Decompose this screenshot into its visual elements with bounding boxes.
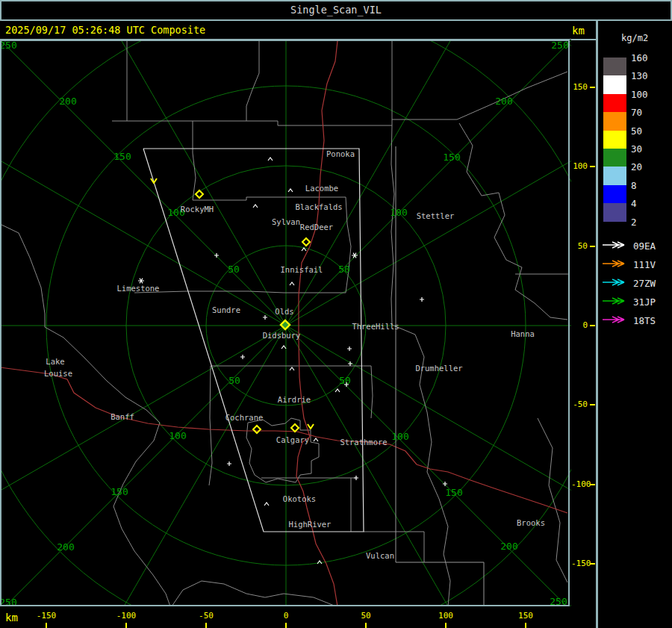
- county-boundary: [246, 418, 319, 482]
- scale-value-label: 2: [631, 217, 668, 228]
- scale-color-swatch: [603, 94, 626, 112]
- city-label: Brooks: [517, 518, 545, 527]
- storm-motion-arrow: [308, 424, 314, 429]
- range-label: 200: [59, 96, 76, 107]
- range-label: 250: [0, 40, 17, 51]
- city-label: Didsbury: [263, 331, 301, 340]
- track-id-label: 31JP: [633, 296, 671, 308]
- radar-site-diamond: [302, 238, 310, 246]
- scale-value-label: 30: [631, 143, 668, 155]
- range-label: 50: [228, 264, 240, 275]
- x-axis-tick-label: -50: [190, 611, 223, 621]
- radial-line: [0, 122, 286, 326]
- track-id-label: 18TS: [633, 315, 671, 326]
- scale-color-swatch: [603, 131, 626, 149]
- legend-unit-label: kg/m2: [621, 33, 648, 43]
- range-label: 150: [445, 487, 462, 498]
- x-axis-tick-label: 0: [270, 611, 302, 621]
- y-axis-tick-label: 0: [571, 320, 588, 330]
- range-label: 200: [500, 541, 517, 552]
- x-axis-unit-label: km: [5, 612, 18, 624]
- y-axis-tick: [590, 166, 595, 167]
- track-id-label: 111V: [633, 259, 671, 270]
- storm-plus-marker: [443, 482, 447, 486]
- x-axis-tick-label: 150: [509, 611, 542, 621]
- y-axis-tick: [590, 87, 595, 88]
- range-label: 50: [228, 375, 240, 386]
- city-label: Lacombe: [305, 184, 338, 193]
- city-label: Banff: [111, 412, 134, 421]
- city-label: Calgary: [276, 435, 309, 444]
- radial-line: [286, 40, 490, 326]
- city-label: Cochrane: [225, 413, 264, 422]
- city-label: Drumheller: [415, 364, 462, 373]
- track-arrow-icon: [601, 314, 631, 325]
- city-label: RockyMH: [181, 205, 214, 214]
- y-axis-tick-label: 50: [571, 241, 588, 251]
- county-boundary: [538, 418, 567, 582]
- x-axis-tick-label: -100: [110, 611, 143, 621]
- scale-value-label: 130: [631, 70, 668, 81]
- y-axis: 150100500-50-100-150: [571, 40, 596, 606]
- city-label: Okotoks: [283, 494, 316, 503]
- y-axis-tick-label: 150: [571, 82, 588, 92]
- city-label: Ponoka: [326, 149, 355, 158]
- city-label: RedDeer: [300, 223, 333, 231]
- range-label: 150: [111, 486, 128, 497]
- range-label: 100: [391, 431, 408, 442]
- city-label: Innisfail: [281, 265, 323, 274]
- city-label: Airdrie: [278, 395, 311, 404]
- radar-map: 2502001501005025020015010050250200150100…: [0, 40, 571, 606]
- y-axis-tick-label: -100: [571, 479, 588, 489]
- county-boundary: [459, 123, 567, 320]
- range-label: 100: [390, 207, 407, 218]
- scale-color-swatch: [603, 167, 626, 184]
- y-axis-unit-label: km: [572, 25, 585, 37]
- title-bar: Single_Scan_VIL: [0, 0, 672, 21]
- city-label: Limestone: [117, 284, 160, 293]
- storm-caret-marker: [268, 158, 273, 161]
- y-axis-tick-label: -50: [571, 400, 588, 409]
- info-row: 2025/09/17 05:26:48 UTC Composite km: [0, 21, 596, 40]
- county-boundary: [371, 366, 373, 418]
- storm-caret-marker: [317, 561, 322, 564]
- storm-plus-marker: [420, 297, 424, 302]
- y-axis-tick: [590, 246, 595, 247]
- radial-line: [0, 40, 286, 326]
- county-boundary: [209, 366, 212, 485]
- x-axis-tick-label: 100: [429, 611, 462, 621]
- scale-color-swatch: [603, 112, 626, 130]
- storm-caret-marker: [290, 282, 294, 285]
- storm-caret-marker: [314, 438, 318, 441]
- scan-timestamp: 2025/09/17 05:26:48 UTC Composite: [5, 24, 205, 36]
- x-axis-tick: [365, 623, 367, 628]
- y-axis-tick: [590, 325, 595, 326]
- storm-plus-marker: [347, 346, 352, 351]
- range-label: 150: [443, 152, 460, 163]
- city-label: Lake: [46, 357, 64, 366]
- scale-color-swatch: [603, 57, 626, 75]
- city-label: Strathmore: [340, 438, 387, 447]
- scale-color-swatch: [603, 203, 626, 221]
- storm-caret-marker: [288, 189, 293, 192]
- city-label: Stettler: [417, 211, 455, 220]
- storm-caret-marker: [335, 389, 340, 392]
- x-axis-tick-label: 50: [349, 611, 382, 621]
- scale-color-swatch: [603, 75, 626, 93]
- radar-map-viewport[interactable]: 2502001501005025020015010050250200150100…: [0, 40, 571, 606]
- range-label: 250: [551, 40, 568, 51]
- county-boundary: [391, 125, 394, 325]
- range-label: 200: [495, 96, 512, 107]
- track-arrow-icon: [601, 258, 631, 269]
- storm-star-marker: [138, 279, 144, 284]
- scale-value-label: 20: [631, 161, 668, 172]
- y-axis-tick: [590, 484, 595, 485]
- radar-app-window: Single_Scan_VIL 2025/09/17 05:26:48 UTC …: [0, 0, 672, 628]
- track-arrow-icon: [601, 240, 631, 250]
- y-axis-tick-label: 100: [571, 161, 588, 171]
- city-label: Louise: [44, 369, 72, 378]
- storm-caret-marker: [290, 367, 294, 370]
- radar-site-diamond: [291, 424, 299, 432]
- radial-line: [286, 40, 571, 326]
- y-axis-tick-label: -150: [571, 559, 588, 568]
